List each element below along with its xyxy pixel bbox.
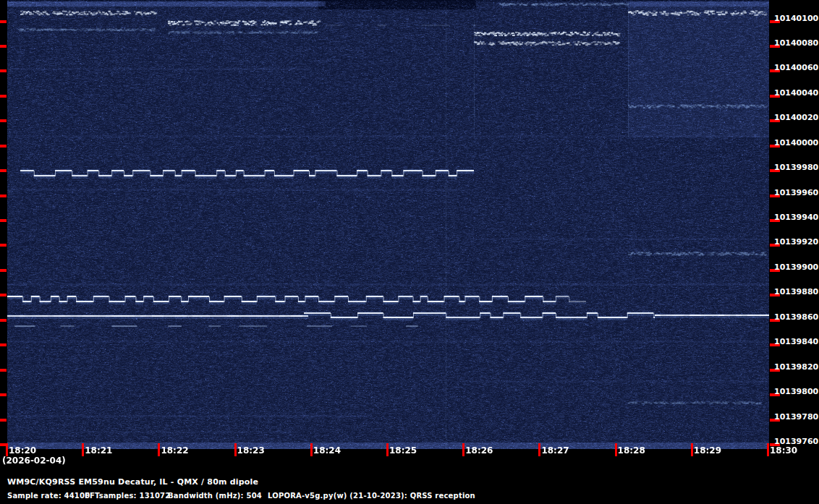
- time-label: 18:23: [237, 445, 265, 456]
- freq-label: 10139860: [774, 312, 816, 323]
- time-label: 18:22: [161, 445, 188, 456]
- time-tick: [615, 443, 617, 456]
- freq-label: 10139920: [774, 236, 816, 248]
- freq-label: 10140100: [774, 13, 816, 25]
- freq-label: 10140060: [774, 62, 816, 74]
- freq-tick-left: [0, 69, 7, 72]
- time-tick: [386, 443, 389, 456]
- time-label: 18:29: [694, 445, 721, 456]
- bandwidth-label: Bandwidth (mHz): 504: [168, 492, 262, 500]
- freq-label: 10139820: [774, 362, 816, 373]
- freq-label: 10139840: [774, 336, 816, 348]
- freq-label: 10139960: [774, 187, 816, 199]
- freq-tick-left: [0, 319, 7, 322]
- software-label: LOPORA-v5g.py(w) (21-10-2023): QRSS rece…: [268, 492, 475, 500]
- freq-tick-left: [0, 169, 7, 172]
- time-tick: [234, 443, 237, 456]
- time-tick: [310, 443, 313, 456]
- sample-rate-label: Sample rate: 44100: [7, 492, 90, 500]
- freq-label: 10140080: [774, 38, 816, 49]
- freq-tick-left: [0, 195, 7, 197]
- time-tick: [462, 443, 464, 456]
- freq-label: 10139800: [774, 386, 816, 398]
- freq-label: 10139900: [774, 262, 816, 273]
- freq-tick-left: [0, 244, 7, 247]
- freq-label: 10140000: [774, 137, 816, 149]
- freq-tick-left: [0, 20, 7, 23]
- freq-label: 10140040: [774, 87, 816, 99]
- freq-label: 10139880: [774, 286, 816, 298]
- freq-tick-left: [0, 269, 7, 272]
- freq-label: 10139780: [774, 411, 816, 423]
- time-tick: [6, 443, 8, 456]
- time-label: 18:24: [313, 445, 341, 456]
- freq-tick-left: [0, 419, 7, 422]
- time-tick: [538, 443, 540, 456]
- time-label: 18:28: [618, 445, 645, 456]
- freq-tick-left: [0, 219, 7, 222]
- freq-tick-left: [0, 45, 7, 48]
- time-tick: [767, 443, 769, 456]
- freq-label: 10139940: [774, 212, 816, 223]
- time-label: 18:26: [465, 445, 493, 456]
- time-label: 18:21: [85, 445, 112, 456]
- freq-label: 10139980: [774, 162, 816, 174]
- freq-tick-left: [0, 294, 7, 296]
- date-label: (2026-02-04): [2, 456, 66, 466]
- time-tick: [691, 443, 693, 456]
- freq-tick-left: [0, 393, 7, 396]
- time-label: 18:25: [389, 445, 417, 456]
- time-label: 18:20: [9, 445, 36, 456]
- freq-tick-left: [0, 343, 7, 346]
- fft-samples-label: FFTsamples: 131072: [85, 492, 170, 500]
- time-label: 18:30: [770, 445, 797, 456]
- freq-tick-left: [0, 119, 7, 122]
- station-info: WM9C/KQ9RSS EM59nu Decatur, IL - QMX / 8…: [7, 477, 258, 487]
- freq-tick-left: [0, 95, 7, 98]
- qrss-grabber-page: 1014010010140080101400601014004010140020…: [0, 0, 819, 504]
- time-tick: [82, 443, 84, 456]
- spectrogram-waterfall: [7, 0, 769, 449]
- time-tick: [158, 443, 160, 456]
- freq-tick-left: [0, 369, 7, 372]
- freq-tick-left: [0, 145, 7, 148]
- time-label: 18:27: [541, 445, 569, 456]
- freq-label: 10140020: [774, 112, 816, 124]
